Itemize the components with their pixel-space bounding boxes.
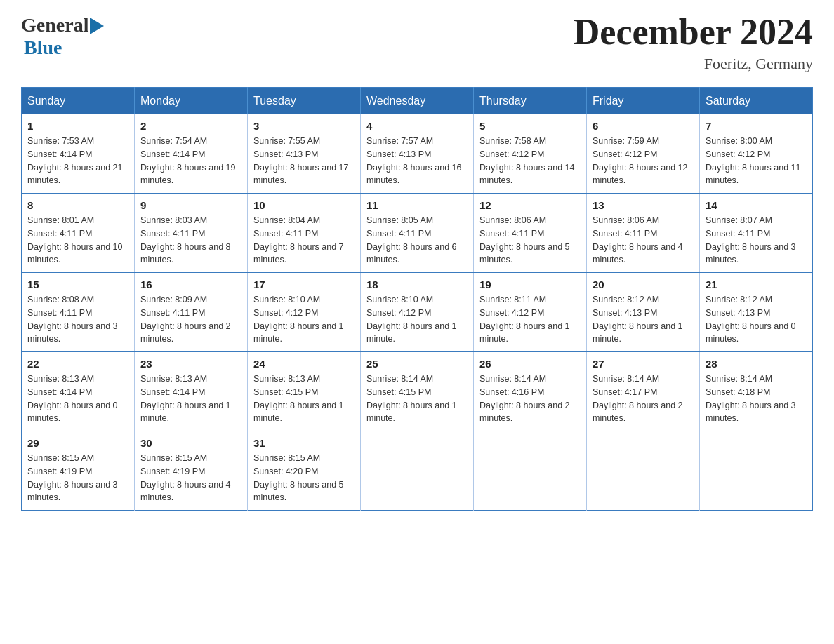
calendar-cell: 13Sunrise: 8:06 AMSunset: 4:11 PMDayligh… [587, 194, 700, 273]
calendar-cell: 8Sunrise: 8:01 AMSunset: 4:11 PMDaylight… [22, 194, 135, 273]
day-info: Sunrise: 8:13 AMSunset: 4:14 PMDaylight:… [140, 373, 241, 425]
calendar-cell [587, 431, 700, 511]
day-info: Sunrise: 8:05 AMSunset: 4:11 PMDaylight:… [366, 214, 468, 267]
col-monday: Monday [135, 88, 248, 115]
day-info: Sunrise: 8:10 AMSunset: 4:12 PMDaylight:… [253, 293, 355, 346]
calendar-cell: 14Sunrise: 8:07 AMSunset: 4:11 PMDayligh… [700, 194, 813, 273]
location-text: Foeritz, Germany [574, 55, 813, 73]
calendar-cell: 1Sunrise: 7:53 AMSunset: 4:14 PMDaylight… [22, 114, 135, 194]
day-info: Sunrise: 8:07 AMSunset: 4:11 PMDaylight:… [706, 214, 807, 267]
day-number: 1 [27, 120, 128, 132]
day-number: 6 [593, 120, 694, 132]
page-header: General Blue December 2024 Foeritz, Germ… [21, 14, 813, 73]
logo: General Blue [21, 14, 105, 59]
day-number: 24 [253, 358, 355, 370]
day-number: 13 [593, 199, 694, 211]
day-info: Sunrise: 8:14 AMSunset: 4:16 PMDaylight:… [479, 373, 581, 425]
logo-arrow-icon [90, 16, 105, 36]
calendar-week-5: 29Sunrise: 8:15 AMSunset: 4:19 PMDayligh… [22, 431, 813, 511]
day-info: Sunrise: 7:54 AMSunset: 4:14 PMDaylight:… [140, 135, 241, 187]
col-saturday: Saturday [700, 88, 813, 115]
col-wednesday: Wednesday [361, 88, 474, 115]
calendar-cell: 28Sunrise: 8:14 AMSunset: 4:18 PMDayligh… [700, 352, 813, 431]
day-info: Sunrise: 8:15 AMSunset: 4:20 PMDaylight:… [253, 452, 355, 504]
calendar-cell: 29Sunrise: 8:15 AMSunset: 4:19 PMDayligh… [22, 431, 135, 511]
day-number: 8 [27, 199, 128, 211]
col-thursday: Thursday [474, 88, 587, 115]
calendar-cell: 10Sunrise: 8:04 AMSunset: 4:11 PMDayligh… [248, 194, 361, 273]
day-number: 30 [140, 437, 241, 449]
calendar-cell: 12Sunrise: 8:06 AMSunset: 4:11 PMDayligh… [474, 194, 587, 273]
day-number: 23 [140, 358, 241, 370]
day-info: Sunrise: 8:10 AMSunset: 4:12 PMDaylight:… [366, 293, 468, 346]
day-number: 10 [253, 199, 355, 211]
day-number: 27 [593, 358, 694, 370]
title-section: December 2024 Foeritz, Germany [574, 14, 813, 73]
day-info: Sunrise: 8:01 AMSunset: 4:11 PMDaylight:… [27, 214, 128, 267]
day-number: 28 [706, 358, 807, 370]
day-info: Sunrise: 8:12 AMSunset: 4:13 PMDaylight:… [593, 293, 694, 346]
calendar-cell: 9Sunrise: 8:03 AMSunset: 4:11 PMDaylight… [135, 194, 248, 273]
day-number: 18 [366, 279, 468, 290]
day-number: 17 [253, 279, 355, 290]
day-info: Sunrise: 7:59 AMSunset: 4:12 PMDaylight:… [593, 135, 694, 187]
day-info: Sunrise: 8:15 AMSunset: 4:19 PMDaylight:… [27, 452, 128, 504]
calendar-week-3: 15Sunrise: 8:08 AMSunset: 4:11 PMDayligh… [22, 273, 813, 352]
month-title: December 2024 [574, 14, 813, 51]
calendar-cell: 25Sunrise: 8:14 AMSunset: 4:15 PMDayligh… [361, 352, 474, 431]
calendar-cell: 31Sunrise: 8:15 AMSunset: 4:20 PMDayligh… [248, 431, 361, 511]
day-info: Sunrise: 8:06 AMSunset: 4:11 PMDaylight:… [479, 214, 581, 267]
day-info: Sunrise: 8:15 AMSunset: 4:19 PMDaylight:… [140, 452, 241, 504]
calendar-cell: 17Sunrise: 8:10 AMSunset: 4:12 PMDayligh… [248, 273, 361, 352]
logo-blue-text: Blue [24, 36, 62, 59]
calendar-cell: 5Sunrise: 7:58 AMSunset: 4:12 PMDaylight… [474, 114, 587, 194]
day-number: 22 [27, 358, 128, 370]
calendar-cell: 24Sunrise: 8:13 AMSunset: 4:15 PMDayligh… [248, 352, 361, 431]
calendar-week-2: 8Sunrise: 8:01 AMSunset: 4:11 PMDaylight… [22, 194, 813, 273]
day-info: Sunrise: 8:00 AMSunset: 4:12 PMDaylight:… [706, 135, 807, 187]
calendar-header-row: Sunday Monday Tuesday Wednesday Thursday… [22, 88, 813, 115]
day-info: Sunrise: 8:12 AMSunset: 4:13 PMDaylight:… [706, 293, 807, 346]
day-number: 29 [27, 437, 128, 449]
logo-general-text: General [21, 14, 88, 36]
calendar-cell: 11Sunrise: 8:05 AMSunset: 4:11 PMDayligh… [361, 194, 474, 273]
calendar-cell: 19Sunrise: 8:11 AMSunset: 4:12 PMDayligh… [474, 273, 587, 352]
day-info: Sunrise: 8:14 AMSunset: 4:15 PMDaylight:… [366, 373, 468, 425]
day-info: Sunrise: 8:04 AMSunset: 4:11 PMDaylight:… [253, 214, 355, 267]
calendar-cell: 26Sunrise: 8:14 AMSunset: 4:16 PMDayligh… [474, 352, 587, 431]
calendar-cell: 18Sunrise: 8:10 AMSunset: 4:12 PMDayligh… [361, 273, 474, 352]
day-number: 19 [479, 279, 581, 290]
day-info: Sunrise: 8:03 AMSunset: 4:11 PMDaylight:… [140, 214, 241, 267]
day-info: Sunrise: 8:13 AMSunset: 4:14 PMDaylight:… [27, 373, 128, 425]
calendar-table: Sunday Monday Tuesday Wednesday Thursday… [21, 87, 813, 511]
calendar-cell [361, 431, 474, 511]
calendar-cell: 4Sunrise: 7:57 AMSunset: 4:13 PMDaylight… [361, 114, 474, 194]
calendar-cell: 15Sunrise: 8:08 AMSunset: 4:11 PMDayligh… [22, 273, 135, 352]
day-number: 20 [593, 279, 694, 290]
day-number: 5 [479, 120, 581, 132]
day-info: Sunrise: 7:53 AMSunset: 4:14 PMDaylight:… [27, 135, 128, 187]
day-info: Sunrise: 8:09 AMSunset: 4:11 PMDaylight:… [140, 293, 241, 346]
day-number: 15 [27, 279, 128, 290]
day-info: Sunrise: 8:11 AMSunset: 4:12 PMDaylight:… [479, 293, 581, 346]
col-tuesday: Tuesday [248, 88, 361, 115]
day-info: Sunrise: 7:55 AMSunset: 4:13 PMDaylight:… [253, 135, 355, 187]
calendar-cell: 2Sunrise: 7:54 AMSunset: 4:14 PMDaylight… [135, 114, 248, 194]
calendar-cell: 20Sunrise: 8:12 AMSunset: 4:13 PMDayligh… [587, 273, 700, 352]
calendar-week-1: 1Sunrise: 7:53 AMSunset: 4:14 PMDaylight… [22, 114, 813, 194]
day-number: 21 [706, 279, 807, 290]
day-number: 16 [140, 279, 241, 290]
calendar-cell: 21Sunrise: 8:12 AMSunset: 4:13 PMDayligh… [700, 273, 813, 352]
day-number: 14 [706, 199, 807, 211]
calendar-cell: 3Sunrise: 7:55 AMSunset: 4:13 PMDaylight… [248, 114, 361, 194]
day-number: 25 [366, 358, 468, 370]
day-info: Sunrise: 8:14 AMSunset: 4:17 PMDaylight:… [593, 373, 694, 425]
day-number: 4 [366, 120, 468, 132]
calendar-cell: 23Sunrise: 8:13 AMSunset: 4:14 PMDayligh… [135, 352, 248, 431]
calendar-cell: 7Sunrise: 8:00 AMSunset: 4:12 PMDaylight… [700, 114, 813, 194]
day-number: 3 [253, 120, 355, 132]
calendar-cell: 30Sunrise: 8:15 AMSunset: 4:19 PMDayligh… [135, 431, 248, 511]
day-number: 31 [253, 437, 355, 449]
svg-marker-0 [90, 18, 104, 34]
calendar-cell: 16Sunrise: 8:09 AMSunset: 4:11 PMDayligh… [135, 273, 248, 352]
